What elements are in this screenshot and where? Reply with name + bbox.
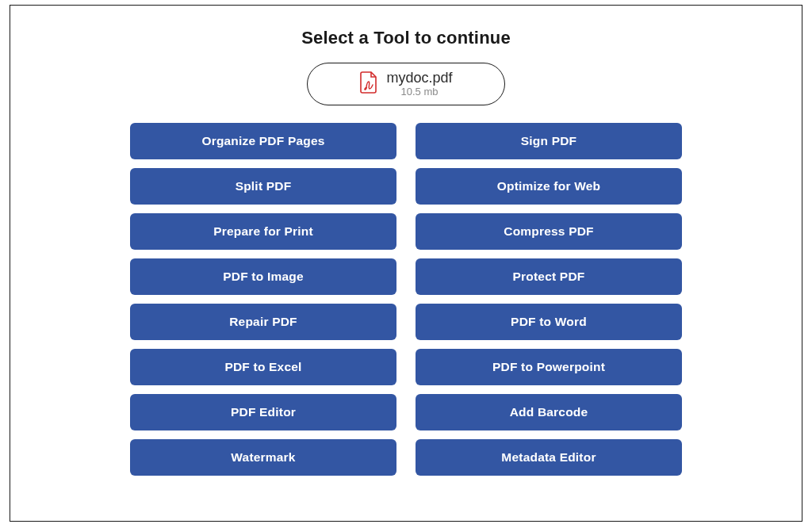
page-title: Select a Tool to continue — [301, 28, 511, 48]
tool-pdf-to-word[interactable]: PDF to Word — [416, 304, 682, 340]
tool-metadata-editor[interactable]: Metadata Editor — [416, 439, 682, 476]
tool-selection-panel: Select a Tool to continue mydoc.pdf 10.5… — [10, 5, 802, 522]
tool-pdf-to-image[interactable]: PDF to Image — [130, 258, 396, 295]
tool-watermark[interactable]: Watermark — [130, 439, 396, 476]
file-info-pill[interactable]: mydoc.pdf 10.5 mb — [307, 63, 505, 105]
tool-pdf-to-excel[interactable]: PDF to Excel — [130, 349, 396, 385]
tool-pdf-to-powerpoint[interactable]: PDF to Powerpoint — [416, 349, 682, 385]
tool-add-barcode[interactable]: Add Barcode — [416, 394, 682, 430]
pdf-file-icon — [359, 71, 378, 97]
tool-protect-pdf[interactable]: Protect PDF — [416, 258, 682, 295]
tool-repair-pdf[interactable]: Repair PDF — [130, 304, 396, 340]
tools-grid: Organize PDF Pages Sign PDF Split PDF Op… — [130, 123, 682, 476]
tool-split-pdf[interactable]: Split PDF — [130, 168, 396, 205]
tool-sign-pdf[interactable]: Sign PDF — [416, 123, 682, 159]
tool-compress-pdf[interactable]: Compress PDF — [416, 213, 682, 250]
file-meta: mydoc.pdf 10.5 mb — [386, 70, 452, 98]
tool-pdf-editor[interactable]: PDF Editor — [130, 394, 396, 430]
file-size: 10.5 mb — [401, 86, 439, 98]
file-name: mydoc.pdf — [386, 70, 452, 86]
tool-optimize-for-web[interactable]: Optimize for Web — [416, 168, 682, 205]
tool-prepare-for-print[interactable]: Prepare for Print — [130, 213, 396, 250]
tool-organize-pdf-pages[interactable]: Organize PDF Pages — [130, 123, 396, 159]
